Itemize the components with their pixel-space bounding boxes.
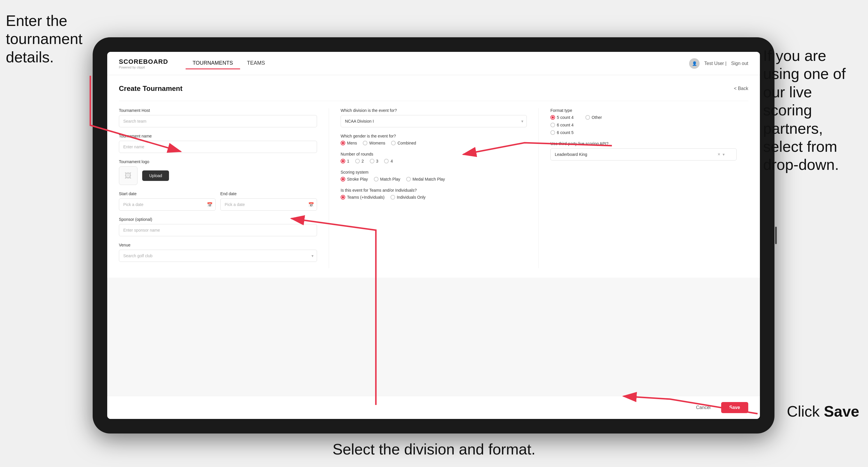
scoring-match-radio[interactable] bbox=[374, 177, 378, 182]
annotation-topright: If you are using one of our live scoring… bbox=[763, 46, 862, 174]
format-other-label: Other bbox=[592, 115, 602, 120]
format-5count4[interactable]: 5 count 4 bbox=[550, 115, 574, 120]
format-other-radio[interactable] bbox=[585, 115, 590, 120]
form-col-3: Format type 5 count 4 Other bbox=[538, 108, 748, 268]
format-group: Format type 5 count 4 Other bbox=[550, 108, 737, 135]
main-content: Create Tournament < Back Tournament Host… bbox=[107, 75, 760, 396]
round-3-radio[interactable] bbox=[370, 159, 374, 163]
division-select[interactable]: NCAA Division I bbox=[341, 115, 527, 127]
form-container: Create Tournament < Back Tournament Host… bbox=[107, 75, 760, 278]
api-arrow-icon: ▾ bbox=[723, 152, 725, 157]
format-6count5[interactable]: 6 count 5 bbox=[550, 130, 737, 135]
date-row: Start date 📅 End date bbox=[119, 191, 317, 211]
signout-link[interactable]: Sign out bbox=[731, 61, 748, 66]
sponsor-group: Sponsor (optional) bbox=[119, 217, 317, 236]
logo-group: Tournament logo 🖼 Upload bbox=[119, 159, 317, 185]
scoring-medal[interactable]: Medal Match Play bbox=[406, 177, 445, 182]
scoring-label: Scoring system bbox=[341, 170, 527, 175]
api-value: Leaderboard King bbox=[555, 152, 587, 157]
user-avatar: 👤 bbox=[689, 58, 700, 69]
round-4-radio[interactable] bbox=[384, 159, 389, 163]
scoring-stroke-label: Stroke Play bbox=[347, 177, 368, 182]
api-select-field[interactable]: Leaderboard King × ▾ bbox=[550, 148, 737, 160]
back-link[interactable]: < Back bbox=[734, 86, 748, 91]
save-button[interactable]: Save bbox=[721, 402, 748, 413]
gender-mens-radio[interactable] bbox=[341, 141, 345, 145]
annotation-bottomright-bold: Save bbox=[824, 403, 859, 420]
navbar: SCOREBOARD Powered by clippit TOURNAMENT… bbox=[107, 52, 760, 75]
division-label: Which division is the event for? bbox=[341, 108, 527, 113]
host-input[interactable] bbox=[119, 115, 317, 127]
gender-combined-label: Combined bbox=[397, 141, 416, 145]
nav-teams[interactable]: TEAMS bbox=[240, 58, 272, 69]
gender-combined-radio[interactable] bbox=[391, 141, 396, 145]
annotation-bottomright: Click Save bbox=[787, 402, 859, 421]
api-clear-icon[interactable]: × bbox=[718, 152, 720, 157]
format-6count4-radio[interactable] bbox=[550, 123, 555, 127]
api-group: Use third-party live scoring API? Leader… bbox=[550, 141, 737, 160]
round-3[interactable]: 3 bbox=[370, 159, 378, 163]
gender-mens-label: Mens bbox=[347, 141, 357, 145]
team-teams[interactable]: Teams (+Individuals) bbox=[341, 195, 384, 199]
host-label: Tournament Host bbox=[119, 108, 317, 113]
gender-mens[interactable]: Mens bbox=[341, 141, 357, 145]
cancel-button[interactable]: Cancel bbox=[690, 402, 716, 413]
format-6count5-label: 6 count 5 bbox=[557, 130, 574, 135]
round-4[interactable]: 4 bbox=[384, 159, 393, 163]
form-col-1: Tournament Host Tournament name Tourname… bbox=[119, 108, 329, 268]
scoring-match-label: Match Play bbox=[380, 177, 400, 182]
form-columns: Tournament Host Tournament name Tourname… bbox=[119, 101, 748, 268]
gender-womens-radio[interactable] bbox=[363, 141, 367, 145]
team-individuals[interactable]: Individuals Only bbox=[391, 195, 426, 199]
rounds-radio-group: 1 2 3 bbox=[341, 159, 527, 163]
nav-tournaments[interactable]: TOURNAMENTS bbox=[186, 58, 240, 69]
format-6count4-label: 6 count 4 bbox=[557, 123, 574, 127]
tablet-device: SCOREBOARD Powered by clippit TOURNAMENT… bbox=[93, 37, 774, 434]
format-5count4-label: 5 count 4 bbox=[557, 115, 574, 120]
gender-combined[interactable]: Combined bbox=[391, 141, 416, 145]
round-1[interactable]: 1 bbox=[341, 159, 349, 163]
tablet-screen: SCOREBOARD Powered by clippit TOURNAMENT… bbox=[107, 52, 760, 419]
side-button bbox=[775, 227, 777, 244]
api-label: Use third-party live scoring API? bbox=[550, 141, 737, 146]
upload-button[interactable]: Upload bbox=[142, 170, 169, 181]
api-tag: Leaderboard King bbox=[555, 152, 587, 157]
sponsor-input[interactable] bbox=[119, 224, 317, 236]
scoring-stroke-radio[interactable] bbox=[341, 177, 345, 182]
team-individuals-radio[interactable] bbox=[391, 195, 395, 199]
format-6count5-radio[interactable] bbox=[550, 130, 555, 135]
startdate-wrapper: 📅 bbox=[119, 198, 216, 211]
annotation-bottomcenter: Select the division and format. bbox=[333, 440, 535, 458]
logo-label: Tournament logo bbox=[119, 159, 317, 164]
start-date-group: Start date 📅 bbox=[119, 191, 216, 211]
startdate-label: Start date bbox=[119, 191, 216, 196]
gender-womens[interactable]: Womens bbox=[363, 141, 385, 145]
annotation-bottomright-prefix: Click bbox=[787, 403, 824, 420]
name-label: Tournament name bbox=[119, 134, 317, 138]
scoring-match[interactable]: Match Play bbox=[374, 177, 400, 182]
startdate-input[interactable] bbox=[119, 198, 216, 211]
team-label: Is this event for Teams and/or Individua… bbox=[341, 188, 527, 193]
round-4-label: 4 bbox=[391, 159, 393, 163]
enddate-input[interactable] bbox=[220, 198, 317, 211]
scoring-stroke[interactable]: Stroke Play bbox=[341, 177, 368, 182]
venue-group: Venue ▾ bbox=[119, 243, 317, 262]
logo-upload-area: 🖼 Upload bbox=[119, 166, 317, 185]
rounds-group: Number of rounds 1 2 bbox=[341, 152, 527, 163]
scoring-medal-radio[interactable] bbox=[406, 177, 411, 182]
gender-label: Which gender is the event for? bbox=[341, 134, 527, 138]
venue-select-wrapper: ▾ bbox=[119, 250, 317, 262]
format-5count4-radio[interactable] bbox=[550, 115, 555, 120]
format-other[interactable]: Other bbox=[585, 115, 602, 120]
format-6count4[interactable]: 6 count 4 bbox=[550, 123, 737, 127]
scoring-group: Scoring system Stroke Play Match Play bbox=[341, 170, 527, 182]
round-2-radio[interactable] bbox=[355, 159, 360, 163]
round-1-radio[interactable] bbox=[341, 159, 345, 163]
name-input[interactable] bbox=[119, 141, 317, 153]
venue-input[interactable] bbox=[119, 250, 317, 262]
team-radio-group: Teams (+Individuals) Individuals Only bbox=[341, 195, 527, 199]
sponsor-label: Sponsor (optional) bbox=[119, 217, 317, 222]
round-2[interactable]: 2 bbox=[355, 159, 364, 163]
enddate-wrapper: 📅 bbox=[220, 198, 317, 211]
team-teams-radio[interactable] bbox=[341, 195, 345, 199]
